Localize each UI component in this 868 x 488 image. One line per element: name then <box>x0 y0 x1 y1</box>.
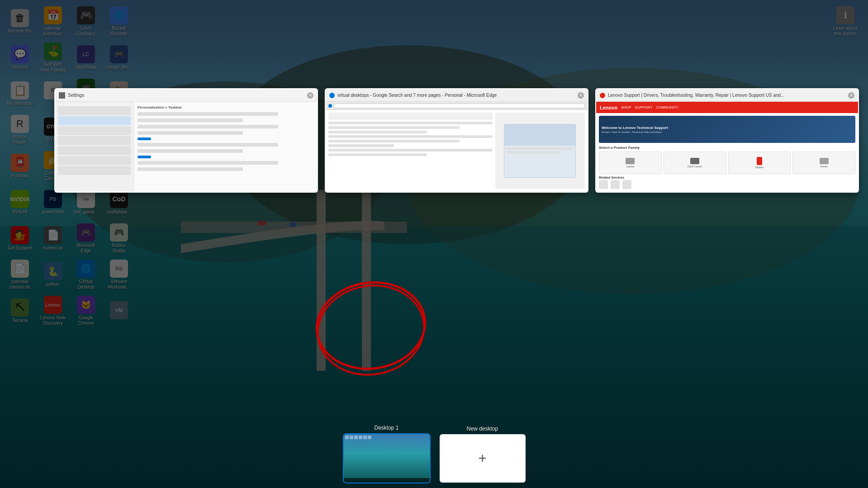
new-desktop-container: New desktop + <box>440 426 526 483</box>
settings-title-text: Settings <box>68 93 304 98</box>
lenovo-preview-window[interactable]: Lenovo Support | Drivers, Troubleshootin… <box>595 88 859 193</box>
desktop1-bg <box>344 434 430 483</box>
browser-left-panel <box>328 113 493 189</box>
lenovo-dc-icon <box>690 158 699 164</box>
lenovo-nav-support: SUPPORT <box>635 105 653 109</box>
info-box-top <box>504 124 575 146</box>
lenovo-service-2 <box>611 180 620 189</box>
edge-address-bar <box>326 102 588 110</box>
lenovo-nav-shop: SHOP <box>621 105 631 109</box>
new-desktop-plus-icon: + <box>478 450 487 467</box>
settings-row-5 <box>138 143 278 147</box>
lenovo-products-row: Laptop Data Center Mobile Smart <box>599 152 855 174</box>
edge-close-btn[interactable]: ✕ <box>578 92 584 99</box>
info-line-1 <box>506 147 574 150</box>
result-line-5 <box>328 140 460 142</box>
result-line-7 <box>328 149 493 152</box>
desktop1-taskbar <box>344 478 430 483</box>
result-line-4 <box>328 135 493 138</box>
lenovo-product-smart: Smart <box>792 152 855 174</box>
thumb-icon-4 <box>359 436 362 439</box>
info-line-2 <box>506 151 560 153</box>
lenovo-smart-icon <box>820 158 829 164</box>
task-view-overlay[interactable] <box>0 0 868 488</box>
lenovo-mobile-icon <box>757 157 762 165</box>
settings-row-4 <box>138 131 243 135</box>
settings-preview-window[interactable]: Settings ✕ Personalization > Taskbar <box>54 88 318 193</box>
settings-title-icon <box>59 92 65 99</box>
lenovo-hero-title: Welcome to Lenovo Technical Support <box>602 126 668 130</box>
thumb-icon-3 <box>354 436 358 439</box>
settings-nav-item-4 <box>58 146 131 155</box>
settings-breadcrumb: Personalization > Taskbar <box>138 105 313 109</box>
settings-row-8 <box>138 167 243 171</box>
edge-preview-window[interactable]: virtual desktops - Google Search and 7 m… <box>325 88 588 193</box>
lenovo-content: Lenovo SHOP SUPPORT COMMUNITY Welcome to… <box>596 102 858 192</box>
settings-toggle-2 <box>138 156 151 158</box>
lenovo-laptop-label: Laptop <box>626 165 634 168</box>
desktop1-label: Desktop 1 <box>343 425 431 431</box>
lenovo-related-label: Related Services <box>599 176 855 179</box>
desktop1-thumb-inner <box>344 434 430 483</box>
lenovo-related-icons <box>599 180 855 189</box>
lenovo-close-btn[interactable]: ✕ <box>848 92 854 99</box>
lenovo-service-3 <box>622 180 631 189</box>
thumb-icon-6 <box>368 436 371 439</box>
settings-titlebar: Settings ✕ <box>55 89 317 102</box>
lenovo-product-mobile: Mobile <box>728 152 791 174</box>
browser-right-box <box>504 124 576 177</box>
lenovo-nav-community: COMMUNITY <box>656 105 678 109</box>
lenovo-service-1 <box>599 180 608 189</box>
lenovo-title-text: Lenovo Support | Drivers, Troubleshootin… <box>608 93 845 98</box>
edge-url-bar <box>334 104 585 108</box>
settings-row-2 <box>138 118 243 122</box>
settings-nav-item-active <box>58 116 131 125</box>
window-previews-container: Settings ✕ Personalization > Taskbar <box>54 88 859 193</box>
result-line-1 <box>328 122 493 124</box>
settings-nav-item-2 <box>58 126 131 135</box>
settings-main: Personalization > Taskbar <box>134 102 317 192</box>
settings-nav-item-6 <box>58 166 131 175</box>
lenovo-hero-content: Welcome to Lenovo Technical Support Driv… <box>602 126 668 133</box>
settings-nav-item-3 <box>58 136 131 145</box>
edge-title-text: virtual desktops - Google Search and 7 m… <box>337 93 575 98</box>
result-line-6 <box>328 144 394 147</box>
lenovo-title-icon <box>600 93 605 98</box>
thumb-icon-1 <box>345 436 349 439</box>
settings-row-6 <box>138 149 243 153</box>
edge-content <box>326 110 588 192</box>
settings-content: Personalization > Taskbar <box>55 102 317 192</box>
lenovo-dc-label: Data Center <box>688 165 702 168</box>
desktop1-thumbnail[interactable] <box>343 433 431 483</box>
lenovo-body-area: Welcome to Lenovo Technical Support Driv… <box>596 113 858 192</box>
lenovo-logo-text: Lenovo <box>600 105 617 110</box>
settings-close-btn[interactable]: ✕ <box>307 92 313 99</box>
lenovo-hero-section: Welcome to Lenovo Technical Support Driv… <box>599 116 855 143</box>
desktop1-container: Desktop 1 <box>343 425 431 483</box>
settings-nav-item-5 <box>58 156 131 165</box>
lenovo-titlebar: Lenovo Support | Drivers, Troubleshootin… <box>596 89 858 102</box>
lenovo-header-bar: Lenovo SHOP SUPPORT COMMUNITY <box>596 102 858 113</box>
settings-sidebar <box>55 102 134 192</box>
lenovo-mobile-label: Mobile <box>755 166 764 169</box>
desktop1-thumb-icons <box>345 436 371 439</box>
lenovo-laptop-icon <box>626 158 635 164</box>
lenovo-select-label: Select a Product Family <box>599 146 855 150</box>
info-box-content <box>504 146 575 156</box>
result-line-3 <box>328 131 427 133</box>
settings-toggle <box>138 137 151 140</box>
settings-row-7 <box>138 161 278 165</box>
lenovo-smart-label: Smart <box>821 165 828 168</box>
edge-titlebar: virtual desktops - Google Search and 7 m… <box>326 89 588 102</box>
result-line-2 <box>328 126 460 129</box>
settings-row-3 <box>138 125 278 128</box>
desktop-switcher-area: Desktop 1 New desktop + <box>0 425 868 488</box>
new-desktop-button[interactable]: + <box>440 434 526 483</box>
result-line-8 <box>328 153 427 156</box>
lenovo-product-datacenter: Data Center <box>664 152 726 174</box>
thumb-icon-5 <box>363 436 367 439</box>
settings-row-1 <box>138 112 278 116</box>
browser-right-panel <box>495 113 585 189</box>
thumb-icon-2 <box>350 436 353 439</box>
lenovo-product-laptop: Laptop <box>599 152 662 174</box>
